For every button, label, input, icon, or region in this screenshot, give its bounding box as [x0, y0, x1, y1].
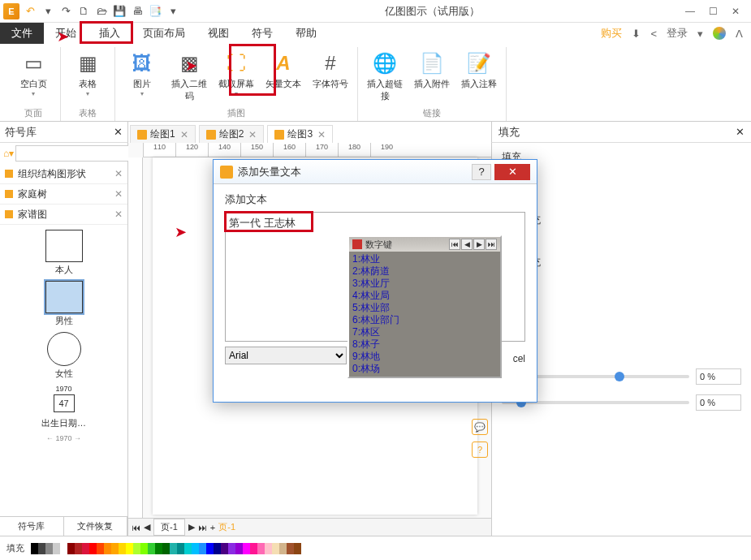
vector-text-button[interactable]: A矢量文本 [261, 47, 305, 106]
login-link[interactable]: 登录 [667, 26, 688, 41]
shape-male[interactable]: 男性 [45, 281, 83, 327]
qat-dropdown-icon[interactable]: ▾ [41, 4, 55, 19]
tab-symbol-library[interactable]: 符号库 [0, 517, 64, 536]
color-swatch[interactable] [67, 543, 75, 554]
ime-nav-first-icon[interactable]: ⏮ [449, 239, 460, 250]
page-nav-back-icon[interactable]: ◀ [144, 522, 150, 532]
color-swatch[interactable] [155, 543, 162, 554]
shape-age[interactable]: 1970 47 [54, 385, 75, 412]
color-swatch[interactable] [148, 543, 155, 554]
slider-1-value[interactable]: 0 % [696, 368, 741, 385]
document-tab-1[interactable]: 绘图1✕ [130, 125, 196, 143]
dialog-help-button[interactable]: ? [472, 164, 491, 180]
menu-page-layout[interactable]: 页面布局 [132, 23, 196, 44]
color-swatch[interactable] [82, 543, 89, 554]
dialog-title-bar[interactable]: 添加矢量文本 ? ✕ [214, 160, 537, 184]
color-swatch[interactable] [119, 543, 126, 554]
ime-candidate[interactable]: 1:林业 [352, 253, 497, 265]
tab-close-icon[interactable]: ✕ [317, 129, 326, 140]
ime-nav-last-icon[interactable]: ⏭ [486, 239, 497, 250]
buy-link[interactable]: 购买 [601, 26, 622, 41]
ime-candidate[interactable]: 3:林业厅 [352, 278, 497, 290]
save-icon[interactable]: 💾 [112, 4, 127, 19]
color-swatch[interactable] [104, 543, 111, 554]
font-symbol-button[interactable]: #字体符号 [309, 47, 352, 106]
help-icon[interactable]: ? [472, 442, 488, 458]
picture-button[interactable]: 🖼图片▾ [120, 47, 164, 106]
page-tab[interactable]: 页-1 [153, 519, 185, 536]
close-button[interactable]: ✕ [730, 6, 741, 17]
ime-candidate[interactable]: 5:林业部 [352, 302, 497, 314]
color-swatch[interactable] [228, 543, 235, 554]
page-nav-fwd-icon[interactable]: ▶ [188, 522, 195, 532]
left-panel-close-icon[interactable]: ✕ [114, 126, 123, 138]
font-select[interactable]: Arial [225, 347, 347, 364]
symbol-group-genealogy[interactable]: 家谱图✕ [0, 205, 127, 225]
color-swatch[interactable] [133, 543, 140, 554]
color-swatch[interactable] [265, 543, 272, 554]
color-swatch[interactable] [243, 543, 250, 554]
group-close-icon[interactable]: ✕ [114, 209, 123, 220]
color-swatch[interactable] [177, 543, 184, 554]
maximize-button[interactable]: ☐ [707, 6, 719, 17]
color-swatch[interactable] [60, 543, 67, 554]
comment-icon[interactable]: 💬 [472, 419, 488, 435]
color-swatch[interactable] [235, 543, 243, 554]
annotation-button[interactable]: 📝插入注释 [457, 47, 501, 106]
page-add-icon[interactable]: + [210, 523, 215, 532]
screenshot-button[interactable]: ⛶截取屏幕▾ [214, 47, 258, 106]
color-swatch[interactable] [272, 543, 279, 554]
symbol-search-input[interactable] [15, 145, 136, 162]
new-icon[interactable]: 🗋 [76, 4, 91, 19]
dialog-close-button[interactable]: ✕ [494, 164, 530, 180]
color-swatch[interactable] [31, 543, 38, 554]
color-swatch[interactable] [184, 543, 192, 554]
hyperlink-button[interactable]: 🌐插入超链接 [363, 47, 407, 106]
undo-icon[interactable]: ↶ [23, 4, 37, 19]
color-swatch[interactable] [192, 543, 199, 554]
group-close-icon[interactable]: ✕ [114, 168, 123, 179]
page-nav-end-icon[interactable]: ⏭ [198, 523, 207, 532]
color-swatch[interactable] [162, 543, 170, 554]
ime-nav-next-icon[interactable]: ▶ [473, 239, 485, 250]
ime-nav-prev-icon[interactable]: ◀ [461, 239, 473, 250]
symbol-group-org[interactable]: 组织结构图形状✕ [0, 164, 127, 184]
ime-candidate[interactable]: 8:林子 [352, 338, 497, 351]
menu-symbol[interactable]: 符号 [240, 23, 284, 44]
shape-self[interactable]: 本人 [45, 230, 83, 276]
color-swatch[interactable] [45, 543, 53, 554]
color-swatch[interactable] [221, 543, 228, 554]
tab-close-icon[interactable]: ✕ [180, 129, 188, 140]
share-icon[interactable]: < [650, 28, 657, 40]
page-label[interactable]: 页-1 [218, 521, 235, 533]
shape-female[interactable]: 女性 [47, 332, 81, 380]
symbol-group-family-tree[interactable]: 家庭树✕ [0, 184, 127, 205]
minimize-button[interactable]: — [684, 6, 696, 17]
menu-file[interactable]: 文件 [0, 23, 44, 44]
menu-help[interactable]: 帮助 [284, 23, 328, 44]
qrcode-button[interactable]: ▩插入二维码 [167, 47, 211, 106]
open-icon[interactable]: 🗁 [94, 4, 109, 19]
color-swatch[interactable] [126, 543, 133, 554]
group-close-icon[interactable]: ✕ [114, 188, 123, 200]
ime-candidate[interactable]: 4:林业局 [352, 290, 497, 302]
color-swatch[interactable] [214, 543, 221, 554]
menu-view[interactable]: 视图 [196, 23, 240, 44]
login-dropdown-icon[interactable]: ▾ [697, 28, 703, 40]
print-icon[interactable]: 🖶 [130, 4, 145, 19]
color-swatch[interactable] [53, 543, 60, 554]
color-swatch[interactable] [257, 543, 265, 554]
color-swatch[interactable] [287, 543, 294, 554]
color-swatch[interactable] [199, 543, 206, 554]
ime-candidate[interactable]: 7:林区 [352, 326, 497, 338]
right-panel-close-icon[interactable]: ✕ [736, 126, 745, 138]
blank-page-button[interactable]: ▭空白页▾ [11, 47, 55, 106]
color-swatch[interactable] [250, 543, 257, 554]
cancel-button-partial[interactable]: cel [513, 353, 525, 364]
collapse-ribbon-icon[interactable]: ᐱ [736, 28, 743, 40]
color-swatch[interactable] [294, 543, 301, 554]
ime-candidate[interactable]: 2:林荫道 [352, 265, 497, 278]
download-icon[interactable]: ⬇ [632, 28, 641, 40]
menu-insert[interactable]: 插入 [88, 23, 132, 44]
export-icon[interactable]: 📑 [148, 4, 162, 19]
